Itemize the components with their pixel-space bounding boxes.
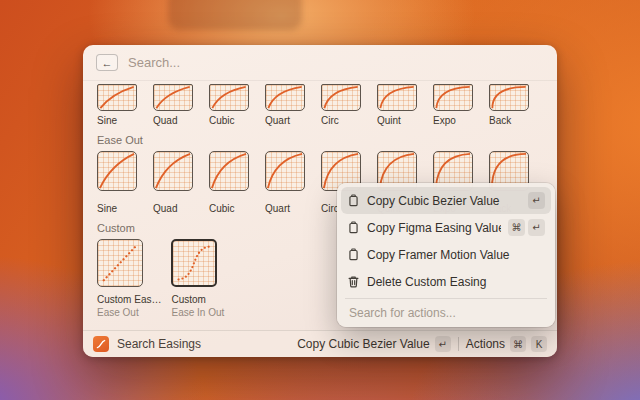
- status-bar: Search Easings Copy Cubic Bezier Value ↵…: [83, 330, 557, 357]
- back-button[interactable]: ←: [96, 54, 118, 71]
- trash-icon: [347, 275, 360, 288]
- easing-item-custom-eas[interactable]: Custom Eas…Ease Out: [97, 239, 161, 318]
- easing-thumbnail[interactable]: [265, 84, 305, 111]
- easing-thumbnail[interactable]: [209, 151, 249, 191]
- easing-item-quart[interactable]: Quart: [265, 84, 305, 126]
- easing-label: Sine: [97, 115, 117, 126]
- section-title-ease-out: Ease Out: [97, 134, 545, 146]
- menu-item-copy-figma-easing-value[interactable]: Copy Figma Easing Value⌘↵: [341, 214, 551, 241]
- key-badge: ↵: [528, 219, 545, 236]
- menu-item-label: Delete Custom Easing: [367, 275, 538, 289]
- easing-curve: [322, 85, 360, 110]
- easing-curve: [378, 85, 416, 110]
- easing-thumbnail[interactable]: [153, 151, 193, 191]
- key-badge: ↵: [528, 192, 545, 209]
- easing-item-sine[interactable]: Sine: [97, 84, 137, 126]
- easing-subtitle: Ease Out: [97, 307, 139, 318]
- easing-label: Quart: [265, 203, 290, 214]
- easing-label: Quart: [265, 115, 290, 126]
- actions-label: Actions: [466, 337, 505, 351]
- easing-label: Expo: [433, 115, 456, 126]
- easing-item-quad[interactable]: Quad: [153, 151, 193, 214]
- easing-thumbnail[interactable]: [97, 84, 137, 111]
- easing-thumbnail[interactable]: [209, 84, 249, 111]
- status-bar-left: Search Easings: [93, 336, 201, 352]
- easing-row: SineQuadCubicQuartCircQuintExpoBack: [97, 84, 545, 126]
- easing-curve-glyph: [95, 338, 107, 350]
- easing-curve: [154, 85, 192, 110]
- easing-curve: [266, 85, 304, 110]
- easing-label: Cubic: [209, 203, 235, 214]
- easing-curve: [98, 85, 136, 110]
- easing-label: Quint: [377, 115, 401, 126]
- easing-item-back[interactable]: Back: [489, 84, 529, 126]
- menu-item-delete-custom-easing[interactable]: Delete Custom Easing: [341, 268, 551, 295]
- easing-thumbnail[interactable]: [265, 151, 305, 191]
- easing-item-quint[interactable]: Quint: [377, 84, 417, 126]
- menu-item-copy-framer-motion-value[interactable]: Copy Framer Motion Value: [341, 241, 551, 268]
- easing-item-cubic[interactable]: Cubic: [209, 84, 249, 126]
- easing-item-quart[interactable]: Quart: [265, 151, 305, 214]
- search-input[interactable]: [128, 55, 544, 70]
- action-menu-list: Copy Cubic Bezier Value↵Copy Figma Easin…: [341, 187, 551, 295]
- shortcut-keys: ↵: [528, 192, 545, 209]
- primary-action-label: Copy Cubic Bezier Value: [297, 337, 430, 351]
- actions-button[interactable]: Actions ⌘ K: [466, 336, 547, 352]
- easing-thumbnail[interactable]: [171, 239, 217, 287]
- clipboard-icon: [347, 248, 360, 261]
- k-key-badge: K: [531, 336, 547, 352]
- action-menu: Copy Cubic Bezier Value↵Copy Figma Easin…: [337, 183, 555, 327]
- easing-curve: [434, 85, 472, 110]
- clipboard-icon: [347, 194, 360, 207]
- easing-curve: [154, 152, 192, 190]
- shortcut-keys: ⌘↵: [508, 219, 545, 236]
- background-window-blur: [168, 0, 302, 30]
- search-header: ←: [83, 45, 557, 81]
- menu-item-label: Copy Cubic Bezier Value: [367, 194, 521, 208]
- easing-item-circ[interactable]: Circ: [321, 84, 361, 126]
- easing-item-quad[interactable]: Quad: [153, 84, 193, 126]
- easing-thumbnail[interactable]: [377, 84, 417, 111]
- easing-curve: [490, 85, 528, 110]
- easing-label: Cubic: [209, 115, 235, 126]
- easing-item-custom[interactable]: CustomEase In Out: [171, 239, 224, 318]
- menu-item-label: Copy Framer Motion Value: [367, 248, 538, 262]
- easing-curve: [98, 152, 136, 190]
- easing-label: Custom: [171, 294, 205, 305]
- status-bar-right: Copy Cubic Bezier Value ↵ Actions ⌘ K: [297, 336, 547, 352]
- easing-curve: [210, 85, 248, 110]
- easing-thumbnail[interactable]: [489, 84, 529, 111]
- easing-label: Custom Eas…: [97, 294, 161, 305]
- easing-curve: [210, 152, 248, 190]
- easing-label: Quad: [153, 115, 177, 126]
- key-badge: ⌘: [508, 219, 525, 236]
- clipboard-icon: [347, 221, 360, 234]
- easing-thumbnail[interactable]: [97, 239, 143, 287]
- easing-label: Back: [489, 115, 511, 126]
- command-title: Search Easings: [117, 337, 201, 351]
- screen: ← SineQuadCubicQuartCircQuintExpoBackEas…: [0, 0, 640, 400]
- easing-curve: [266, 152, 304, 190]
- easings-app-icon: [93, 336, 109, 352]
- easing-thumbnail[interactable]: [97, 151, 137, 191]
- cmd-key-badge: ⌘: [510, 336, 526, 352]
- back-arrow-icon: ←: [102, 57, 113, 69]
- easing-thumbnail[interactable]: [321, 84, 361, 111]
- easing-item-expo[interactable]: Expo: [433, 84, 473, 126]
- action-search-input[interactable]: [341, 299, 551, 327]
- easing-item-cubic[interactable]: Cubic: [209, 151, 249, 214]
- easing-thumbnail[interactable]: [433, 84, 473, 111]
- footer-divider: [458, 337, 459, 351]
- primary-action-button[interactable]: Copy Cubic Bezier Value ↵: [297, 336, 451, 352]
- easing-subtitle: Ease In Out: [171, 307, 224, 318]
- easing-item-sine[interactable]: Sine: [97, 151, 137, 214]
- easing-curve: [173, 241, 215, 285]
- menu-item-label: Copy Figma Easing Value: [367, 221, 501, 235]
- easing-thumbnail[interactable]: [153, 84, 193, 111]
- easing-label: Circ: [321, 115, 339, 126]
- menu-item-copy-cubic-bezier-value[interactable]: Copy Cubic Bezier Value↵: [341, 187, 551, 214]
- easing-label: Sine: [97, 203, 117, 214]
- enter-key-badge: ↵: [435, 336, 451, 352]
- easing-label: Quad: [153, 203, 177, 214]
- easing-curve: [98, 240, 142, 286]
